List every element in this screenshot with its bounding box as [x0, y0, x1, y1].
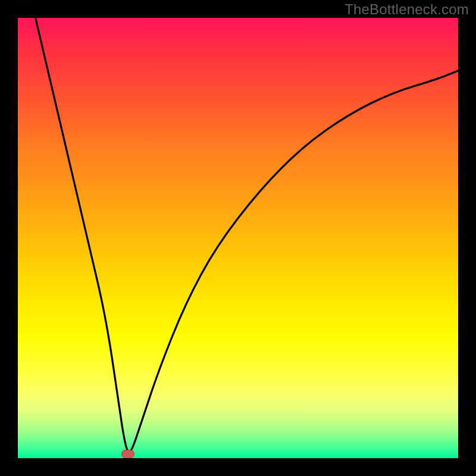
chart-frame: TheBottleneck.com	[0, 0, 476, 476]
bottleneck-curve	[36, 18, 458, 452]
minimum-marker	[121, 450, 134, 458]
plot-area	[18, 18, 458, 458]
watermark-text: TheBottleneck.com	[345, 1, 469, 18]
curve-svg	[18, 18, 458, 458]
